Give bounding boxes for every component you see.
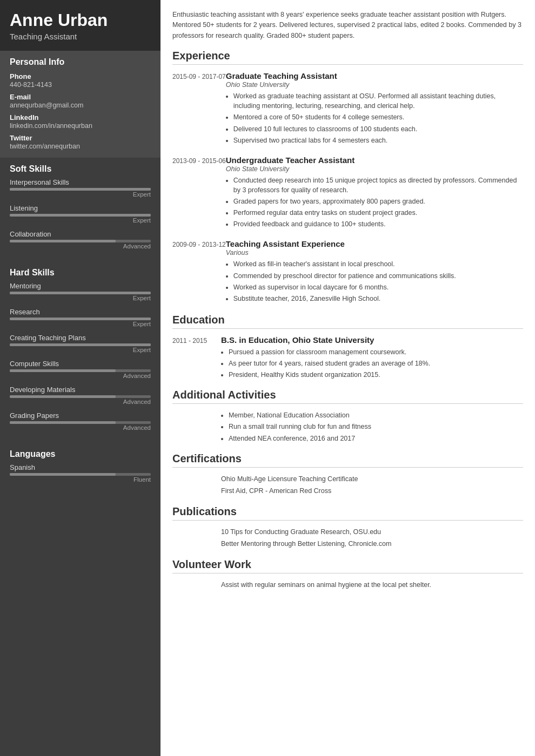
exp-bullet: Performed regular data entry tasks on st…: [233, 208, 523, 218]
activity-item: Run a small trail running club for fun a…: [229, 422, 523, 431]
skill-item: Research Expert: [10, 308, 151, 327]
publication-item: Better Mentoring through Better Listenin…: [221, 539, 523, 549]
volunteer-heading: Volunteer Work: [172, 558, 523, 573]
skill-bar-fill: [10, 473, 116, 476]
education-heading: Education: [172, 314, 523, 329]
skill-bar-fill: [10, 369, 116, 372]
publications-indent: [172, 527, 221, 551]
skill-bar-fill: [10, 214, 151, 217]
skill-item: Mentoring Expert: [10, 282, 151, 301]
twitter-value: twitter.com/annequrban: [10, 143, 151, 150]
skill-bar-fill: [10, 421, 116, 424]
experience-entry: 2015-09 - 2017-07 Graduate Teaching Assi…: [172, 71, 523, 147]
skill-item: Spanish Fluent: [10, 463, 151, 483]
soft-skills-heading: Soft Skills: [10, 164, 151, 174]
activities-list: Member, National Education AssociationRu…: [221, 410, 523, 443]
activities-indent: [172, 410, 221, 444]
skill-name: Grading Papers: [10, 411, 151, 420]
activity-item: Member, National Education Association: [229, 410, 523, 420]
skill-item: Computer Skills Advanced: [10, 360, 151, 379]
volunteer-indent: [172, 580, 221, 592]
activities-section: Additional Activities Member, National E…: [172, 389, 523, 444]
skill-item: Grading Papers Advanced: [10, 411, 151, 431]
exp-bullets: Worked as graduate teaching assistant at…: [226, 91, 523, 145]
edu-bullet: As peer tutor for 4 years, raised studen…: [229, 359, 523, 368]
hard-skills-list: Mentoring Expert Research Expert Creatin…: [10, 282, 151, 431]
skill-name: Creating Teaching Plans: [10, 334, 151, 342]
education-entry: 2011 - 2015 B.S. in Education, Ohio Stat…: [172, 335, 523, 381]
skill-item: Collaboration Advanced: [10, 230, 151, 249]
volunteer-row: Assist with regular seminars on animal h…: [172, 580, 523, 592]
candidate-title: Teaching Assistant: [10, 32, 151, 41]
activities-heading: Additional Activities: [172, 389, 523, 404]
exp-content: Teaching Assistant Experience Various Wo…: [226, 239, 523, 305]
exp-bullet: Commended by preschool director for pati…: [233, 271, 523, 281]
skill-level: Expert: [10, 295, 151, 301]
skill-level: Expert: [10, 191, 151, 198]
skill-bar-bg: [10, 318, 151, 320]
skill-name: Listening: [10, 204, 151, 212]
skill-level: Advanced: [10, 399, 151, 405]
experience-list: 2015-09 - 2017-07 Graduate Teaching Assi…: [172, 71, 523, 305]
phone-value: 440-821-4143: [10, 81, 151, 89]
twitter-label: Twitter: [10, 134, 151, 142]
soft-skills-list: Interpersonal Skills Expert Listening Ex…: [10, 178, 151, 249]
publications-list: 10 Tips for Conducting Graduate Research…: [221, 527, 523, 549]
exp-company: Various: [226, 249, 523, 256]
skill-level: Expert: [10, 321, 151, 327]
languages-list: Spanish Fluent: [10, 463, 151, 483]
certification-item: First Aid, CPR - American Red Cross: [221, 486, 523, 496]
skill-level: Advanced: [10, 424, 151, 431]
education-section: Education 2011 - 2015 B.S. in Education,…: [172, 314, 523, 381]
edu-bullet: Pursued a passion for classroom manageme…: [229, 347, 523, 357]
skill-name: Computer Skills: [10, 360, 151, 368]
publications-section: Publications 10 Tips for Conducting Grad…: [172, 505, 523, 551]
exp-company: Ohio State University: [226, 165, 523, 173]
exp-job-title: Teaching Assistant Experience: [226, 239, 523, 248]
personal-info-heading: Personal Info: [10, 57, 151, 67]
skill-name: Developing Materials: [10, 386, 151, 394]
skill-bar-bg: [10, 292, 151, 294]
activities-row: Member, National Education AssociationRu…: [172, 410, 523, 444]
exp-date: 2009-09 - 2013-12: [172, 239, 226, 305]
phone-label: Phone: [10, 72, 151, 80]
skill-bar-bg: [10, 188, 151, 191]
languages-section: Languages Spanish Fluent: [0, 443, 160, 497]
publications-row: 10 Tips for Conducting Graduate Research…: [172, 527, 523, 551]
education-list: 2011 - 2015 B.S. in Education, Ohio Stat…: [172, 335, 523, 381]
hard-skills-section: Hard Skills Mentoring Expert Research Ex…: [0, 261, 160, 443]
email-value: annequrban@gmail.com: [10, 102, 151, 109]
certifications-content: Ohio Multi-Age Licensure Teaching Certif…: [221, 474, 523, 498]
volunteer-content: Assist with regular seminars on animal h…: [221, 580, 523, 592]
skill-bar-fill: [10, 188, 151, 191]
certifications-list: Ohio Multi-Age Licensure Teaching Certif…: [221, 474, 523, 496]
exp-bullet: Conducted deep research into 15 unique p…: [233, 176, 523, 195]
skill-name: Research: [10, 308, 151, 316]
languages-heading: Languages: [10, 449, 151, 459]
skill-item: Interpersonal Skills Expert: [10, 178, 151, 198]
skill-bar-bg: [10, 369, 151, 372]
soft-skills-section: Soft Skills Interpersonal Skills Expert …: [0, 158, 160, 261]
exp-date: 2015-09 - 2017-07: [172, 71, 226, 147]
skill-bar-bg: [10, 395, 151, 398]
exp-bullet: Worked as fill-in teacher's assistant in…: [233, 259, 523, 269]
exp-job-title: Undergraduate Teacher Assistant: [226, 156, 523, 165]
exp-bullet: Substitute teacher, 2016, Zanesville Hig…: [233, 294, 523, 303]
exp-bullet: Graded papers for two years, approximate…: [233, 197, 523, 206]
exp-company: Ohio State University: [226, 81, 523, 89]
exp-bullet: Supervised two practical labs for 4 seme…: [233, 136, 523, 145]
exp-content: Undergraduate Teacher Assistant Ohio Sta…: [226, 156, 523, 231]
edu-date: 2011 - 2015: [172, 335, 221, 381]
publications-heading: Publications: [172, 505, 523, 521]
skill-name: Collaboration: [10, 230, 151, 238]
exp-bullet: Worked as graduate teaching assistant at…: [233, 91, 523, 111]
volunteer-list: Assist with regular seminars on animal h…: [221, 580, 523, 590]
skill-level: Fluent: [10, 476, 151, 483]
skill-level: Advanced: [10, 373, 151, 379]
certifications-indent: [172, 474, 221, 498]
exp-bullet: Provided feedback and guidance to 100+ s…: [233, 219, 523, 229]
edu-bullet: President, Healthy Kids student organiza…: [229, 370, 523, 380]
exp-date: 2013-09 - 2015-06: [172, 156, 226, 231]
activities-content: Member, National Education AssociationRu…: [221, 410, 523, 444]
linkedin-label: LinkedIn: [10, 113, 151, 122]
